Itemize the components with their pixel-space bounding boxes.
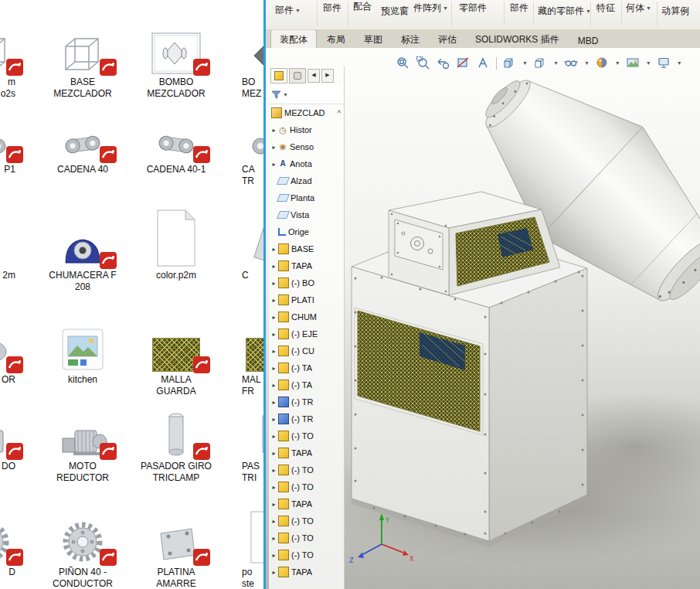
- tree-item[interactable]: ▸(-) TA: [269, 359, 344, 376]
- dropdown-caret-icon[interactable]: ▼: [522, 60, 528, 66]
- previous-view-icon[interactable]: [436, 56, 450, 70]
- file-item[interactable]: kitchen: [36, 312, 129, 386]
- tree-item[interactable]: ▸(-) TO: [269, 478, 344, 495]
- file-item[interactable]: MALFR: [223, 312, 263, 397]
- panel-back-button[interactable]: ◀: [308, 69, 320, 83]
- property-manager-tab[interactable]: [289, 68, 306, 83]
- expand-icon[interactable]: ▸: [270, 569, 277, 576]
- expand-icon[interactable]: ▸: [270, 365, 277, 372]
- expand-icon[interactable]: ▸: [270, 535, 277, 542]
- tree-filter[interactable]: ▼: [269, 85, 344, 104]
- tree-item[interactable]: ▸(-) TO: [269, 461, 344, 478]
- ribbon-command[interactable]: 部件: [510, 2, 528, 15]
- file-item[interactable]: BASEMEZCLADOR: [36, 14, 129, 100]
- ribbon-command[interactable]: 部件▼: [275, 4, 301, 17]
- file-item[interactable]: BOMEZ: [223, 14, 263, 100]
- file-item[interactable]: C: [223, 207, 263, 281]
- file-item[interactable]: MALLAGUARDA: [130, 312, 223, 397]
- tree-item[interactable]: ▸TAPA: [269, 495, 344, 512]
- ribbon-command[interactable]: 配合: [353, 0, 372, 13]
- file-item[interactable]: DO: [0, 398, 36, 472]
- file-item[interactable]: BOMBOMEZCLADOR: [130, 14, 223, 100]
- expand-icon[interactable]: ▸: [270, 246, 277, 253]
- file-item[interactable]: PASTRI: [223, 398, 263, 484]
- expand-icon[interactable]: ▸: [270, 484, 277, 491]
- viewport[interactable]: Y X Z ▼ ▼ ▼ ▼: [266, 48, 700, 589]
- expand-icon[interactable]: ▸: [270, 450, 277, 457]
- dropdown-caret-icon[interactable]: ▼: [584, 60, 590, 66]
- expand-icon[interactable]: ▸: [270, 127, 277, 134]
- file-item[interactable]: color.p2m: [130, 207, 223, 281]
- apply-scene-icon[interactable]: [626, 56, 641, 70]
- expand-icon[interactable]: ▸: [270, 501, 277, 508]
- ribbon-command[interactable]: 何体▼: [626, 2, 651, 15]
- expand-icon[interactable]: ▸: [270, 144, 277, 151]
- file-item[interactable]: CADENA 40-1: [130, 101, 223, 175]
- expand-icon[interactable]: ▸: [270, 331, 277, 338]
- tree-item[interactable]: ▸TAPA: [269, 563, 344, 580]
- tree-item[interactable]: Planta: [269, 189, 344, 206]
- tab-annotation[interactable]: 标注: [392, 30, 428, 49]
- tree-item[interactable]: ▸(-) TR: [269, 410, 344, 427]
- file-item[interactable]: PIÑON 40 -CONDUCTOR: [36, 504, 129, 589]
- tree-root[interactable]: MEZCLAD ^: [269, 104, 344, 121]
- tab-evaluate[interactable]: 评估: [430, 30, 465, 49]
- zoom-fit-icon[interactable]: [396, 56, 410, 70]
- ribbon-command[interactable]: 特征: [596, 2, 615, 15]
- tree-item[interactable]: ▸(-) BO: [269, 274, 344, 291]
- expand-icon[interactable]: ▸: [270, 518, 277, 525]
- tree-item[interactable]: ▸TAPA: [269, 257, 344, 274]
- tree-item[interactable]: ▸PLATI: [269, 291, 344, 308]
- file-item[interactable]: mo2s: [0, 14, 36, 100]
- file-item[interactable]: 2m: [0, 207, 36, 281]
- expand-icon[interactable]: ▸: [270, 467, 277, 474]
- tree-item[interactable]: ▸Anota: [269, 155, 344, 172]
- feature-tree-tab[interactable]: [270, 68, 287, 83]
- tree-item[interactable]: ▸(-) TA: [269, 376, 344, 393]
- file-item[interactable]: OR: [0, 312, 36, 386]
- tree-item[interactable]: Orige: [269, 223, 344, 240]
- file-item[interactable]: PLATINAAMARRE: [130, 504, 223, 589]
- dropdown-caret-icon[interactable]: ▼: [615, 60, 620, 66]
- dropdown-caret-icon[interactable]: ▼: [283, 92, 288, 97]
- tab-mbd[interactable]: MBD: [569, 32, 607, 49]
- expand-icon[interactable]: ▸: [270, 433, 277, 440]
- file-item[interactable]: CHUMACERA F208: [36, 207, 129, 293]
- ribbon-command[interactable]: 预览窗: [381, 5, 409, 18]
- tree-item[interactable]: ▸Histor: [269, 121, 344, 138]
- tree-item[interactable]: Vista: [269, 206, 344, 223]
- tab-layout[interactable]: 布局: [318, 30, 354, 49]
- dynamic-annotation-icon[interactable]: [476, 56, 491, 70]
- expand-icon[interactable]: ▸: [270, 263, 277, 270]
- file-item[interactable]: poste: [223, 504, 263, 589]
- collapse-icon[interactable]: ^: [338, 109, 344, 117]
- ribbon-command[interactable]: 动算例: [661, 5, 689, 18]
- expand-icon[interactable]: ▸: [270, 314, 277, 321]
- tree-item[interactable]: ▸(-) EJE: [269, 325, 344, 342]
- file-item[interactable]: P1: [0, 101, 36, 175]
- view-settings-icon[interactable]: [657, 56, 671, 70]
- zoom-area-icon[interactable]: [416, 56, 430, 70]
- tab-solidworks-addins[interactable]: SOLIDWORKS 插件: [467, 30, 568, 49]
- ribbon-command[interactable]: 零部件: [459, 2, 487, 15]
- tree-item[interactable]: ▸Senso: [269, 138, 344, 155]
- file-item[interactable]: PASADOR GIROTRICLAMP: [130, 398, 223, 484]
- dropdown-caret-icon[interactable]: ▼: [677, 60, 682, 66]
- expand-icon[interactable]: ▸: [270, 552, 277, 559]
- tree-item[interactable]: ▸BASE: [269, 240, 344, 257]
- tab-sketch[interactable]: 草图: [355, 30, 391, 49]
- expand-icon[interactable]: ▸: [270, 161, 277, 168]
- tree-item[interactable]: ▸(-) CU: [269, 342, 344, 359]
- expand-icon[interactable]: ▸: [270, 399, 277, 406]
- dropdown-caret-icon[interactable]: ▼: [553, 60, 559, 66]
- expand-icon[interactable]: ▸: [270, 416, 277, 423]
- section-view-icon[interactable]: [456, 56, 471, 70]
- view-orientation-icon[interactable]: [502, 56, 517, 70]
- file-item[interactable]: D: [0, 504, 36, 578]
- ribbon-command[interactable]: 件阵列▼: [413, 2, 448, 15]
- ribbon-command[interactable]: 部件: [323, 2, 342, 15]
- tree-item[interactable]: ▸(-) TO: [269, 546, 344, 563]
- dropdown-caret-icon[interactable]: ▼: [646, 60, 651, 66]
- hide-show-items-icon[interactable]: [564, 56, 579, 70]
- tree-item[interactable]: ▸(-) TR: [269, 393, 344, 410]
